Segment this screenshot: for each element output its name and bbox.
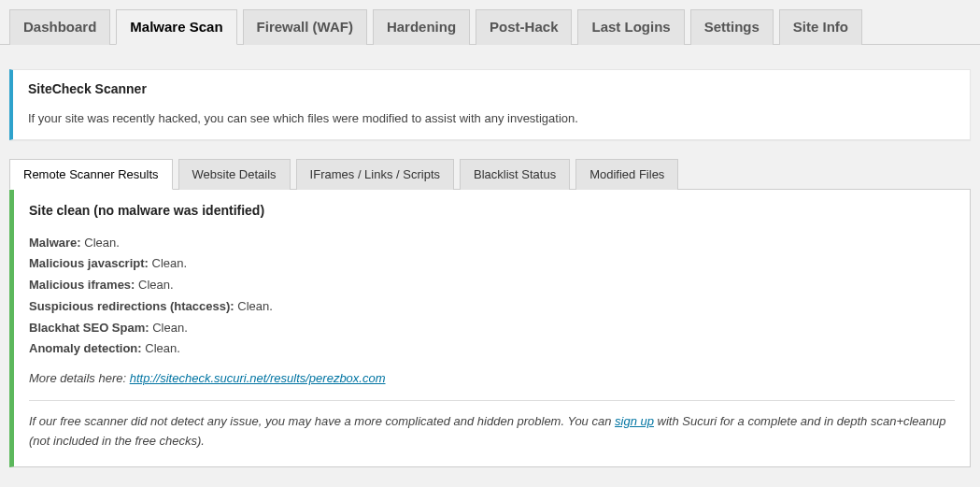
check-value: Clean. — [152, 321, 188, 335]
footer-note: If our free scanner did not detect any i… — [29, 412, 955, 451]
footer-note-before: If our free scanner did not detect any i… — [29, 414, 615, 428]
signup-link[interactable]: sign up — [615, 414, 654, 428]
check-label: Anomaly detection: — [29, 341, 142, 355]
check-label: Blackhat SEO Spam: — [29, 321, 149, 335]
check-anomaly-detection: Anomaly detection: Clean. — [29, 338, 955, 360]
content-area: SiteCheck Scanner If your site was recen… — [0, 45, 980, 477]
subtab-remote-scanner-results[interactable]: Remote Scanner Results — [9, 159, 173, 190]
tab-malware-scan[interactable]: Malware Scan — [116, 9, 236, 45]
more-details-prefix: More details here: — [29, 371, 130, 385]
check-label: Suspicious redirections (htaccess): — [29, 299, 234, 313]
subtab-iframes-links-scripts[interactable]: IFrames / Links / Scripts — [296, 159, 454, 190]
subtab-website-details[interactable]: Website Details — [178, 159, 291, 190]
check-label: Malware: — [29, 236, 81, 250]
check-suspicious-redirections: Suspicious redirections (htaccess): Clea… — [29, 296, 955, 318]
results-panel: Site clean (no malware was identified) M… — [9, 189, 971, 467]
tab-hardening[interactable]: Hardening — [373, 9, 470, 45]
check-label: Malicious javascript: — [29, 256, 149, 270]
check-value: Clean. — [237, 299, 273, 313]
info-panel-body: If your site was recently hacked, you ca… — [28, 109, 955, 128]
check-label: Malicious iframes: — [29, 278, 135, 292]
check-malicious-js: Malicious javascript: Clean. — [29, 253, 955, 275]
separator — [29, 400, 955, 401]
tab-site-info[interactable]: Site Info — [779, 9, 862, 45]
tab-last-logins[interactable]: Last Logins — [577, 9, 684, 45]
check-value: Clean. — [152, 256, 188, 270]
tab-settings[interactable]: Settings — [690, 9, 774, 45]
check-blackhat-seo: Blackhat SEO Spam: Clean. — [29, 318, 955, 339]
check-value: Clean. — [84, 236, 120, 250]
tab-post-hack[interactable]: Post-Hack — [476, 9, 572, 45]
results-sub-tabs: Remote Scanner Results Website Details I… — [9, 159, 971, 189]
check-malware: Malware: Clean. — [29, 233, 955, 254]
main-nav-tabs: Dashboard Malware Scan Firewall (WAF) Ha… — [0, 0, 980, 45]
check-value: Clean. — [145, 341, 180, 355]
tab-firewall[interactable]: Firewall (WAF) — [243, 9, 367, 45]
subtab-modified-files[interactable]: Modified Files — [575, 159, 678, 190]
more-details: More details here: http://sitecheck.sucu… — [29, 371, 955, 385]
check-value: Clean. — [138, 278, 174, 292]
more-details-link[interactable]: http://sitecheck.sucuri.net/results/pere… — [130, 371, 386, 385]
results-heading: Site clean (no malware was identified) — [29, 203, 955, 218]
info-panel-title: SiteCheck Scanner — [28, 81, 955, 96]
info-panel-sitecheck: SiteCheck Scanner If your site was recen… — [9, 69, 971, 140]
tab-dashboard[interactable]: Dashboard — [9, 9, 110, 45]
subtab-blacklist-status[interactable]: Blacklist Status — [460, 159, 570, 190]
check-malicious-iframes: Malicious iframes: Clean. — [29, 275, 955, 296]
